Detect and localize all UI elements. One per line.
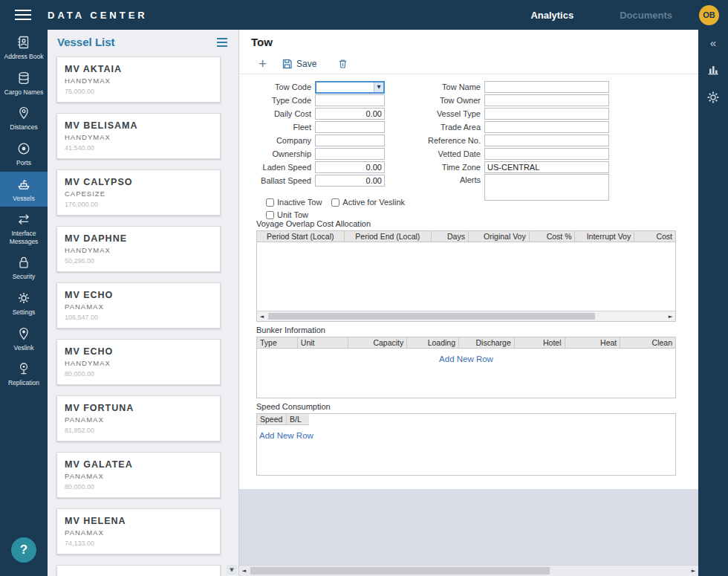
sidebar-item-address-book[interactable]: Address Book <box>0 30 48 65</box>
vetted-date-label: Vetted Date <box>409 149 484 158</box>
nav-analytics[interactable]: Analytics <box>530 10 573 21</box>
main-horizontal-scrollbar[interactable]: ◄ ► <box>239 565 698 576</box>
tow-owner-input[interactable] <box>484 94 609 106</box>
vessel-card[interactable]: MV CALYPSO CAPESIZE 176,000.00 <box>56 169 221 216</box>
vessel-type-label: Vessel Type <box>409 109 484 118</box>
vetted-date-input[interactable] <box>484 148 609 160</box>
vessel-card[interactable]: MV BELISAMA HANDYMAX 41,540.00 <box>56 113 221 159</box>
vessel-class: CAPESIZE <box>65 190 212 198</box>
column-header: Original Voy <box>469 231 530 242</box>
scroll-right-icon[interactable]: ► <box>666 311 675 321</box>
inactive-tow-label: Inactive Tow <box>277 198 322 207</box>
sidebar-item-interface-messages[interactable]: Interface Messages <box>0 207 48 250</box>
scroll-thumb[interactable] <box>250 567 550 575</box>
form-column-right: Tow Name Tow Owner Vessel Type Trade Are… <box>409 80 609 201</box>
vessel-card[interactable]: MV AKTAIA HANDYMAX 75,000.00 <box>56 56 221 103</box>
tow-code-select[interactable]: ▼ <box>315 81 385 94</box>
vessel-card[interactable]: MV ECHO HANDYMAX 80,000.00 <box>56 339 221 385</box>
sidebar-item-cargo-names[interactable]: Cargo Names <box>0 65 48 101</box>
reference-no-input[interactable] <box>484 135 609 146</box>
time-zone-input[interactable] <box>484 161 609 173</box>
ballast-speed-input[interactable] <box>315 175 385 187</box>
voyage-grid-scrollbar[interactable]: ◄ ► <box>257 311 675 321</box>
sidebar-item-security[interactable]: Security <box>0 250 48 285</box>
vessel-name: MV ECHO <box>65 346 212 357</box>
settings-gear-icon[interactable] <box>706 90 721 105</box>
delete-button[interactable] <box>337 58 348 69</box>
fleet-input[interactable] <box>315 121 385 133</box>
sidebar-item-ports[interactable]: Ports <box>0 136 48 172</box>
active-for-veslink-checkbox[interactable] <box>331 198 339 207</box>
sidebar-item-settings[interactable]: Settings <box>0 285 48 321</box>
save-button[interactable]: Save <box>282 58 316 69</box>
left-sidebar: Address Book Cargo Names Distances Ports… <box>0 30 48 576</box>
tow-form-page: Tow + Save Tow Code ▼ <box>239 30 698 489</box>
alerts-textarea[interactable] <box>484 174 609 201</box>
column-header: Speed <box>257 414 287 425</box>
unit-tow-checkbox[interactable] <box>266 211 274 219</box>
bunker-grid: Type Unit Capacity Loading Discharge Hot… <box>256 337 676 398</box>
save-icon <box>282 58 293 69</box>
distances-pin-icon <box>16 106 31 120</box>
vessel-type-input[interactable] <box>484 108 609 120</box>
type-code-input[interactable] <box>315 94 385 106</box>
analytics-chart-icon[interactable] <box>706 62 721 77</box>
sidebar-item-veslink[interactable]: Veslink <box>0 321 48 357</box>
speed-add-new-row-link[interactable]: Add New Row <box>259 431 313 440</box>
vessel-dwt: 81,852.00 <box>65 427 212 434</box>
menu-icon[interactable] <box>13 7 33 22</box>
list-icon[interactable] <box>215 35 230 50</box>
vessel-card[interactable]: MV ECHO PANAMAX 106,547.00 <box>56 282 221 329</box>
vessel-class: PANAMAX <box>65 472 212 480</box>
scroll-right-icon[interactable]: ► <box>689 566 698 576</box>
vessel-name: MV HELENA <box>65 516 212 526</box>
vessel-card[interactable]: MV FORTUNA PANAMAX 81,852.00 <box>56 395 221 441</box>
unit-tow-checkbox-row: Unit Tow <box>266 210 308 219</box>
collapse-panel-icon[interactable]: « <box>710 37 716 48</box>
vessel-dwt: 80,000.00 <box>65 370 212 378</box>
laden-speed-input[interactable] <box>315 161 385 173</box>
inactive-tow-checkbox[interactable] <box>266 198 274 207</box>
bunker-add-new-row-link[interactable]: Add New Row <box>257 349 675 363</box>
scroll-track[interactable] <box>267 311 666 321</box>
scroll-left-icon[interactable]: ◄ <box>257 311 267 321</box>
scroll-down-icon[interactable]: ▼ <box>227 565 237 575</box>
tow-code-label: Tow Code <box>256 82 315 91</box>
avatar[interactable]: OB <box>699 5 719 25</box>
speed-section: Speed Consumption Speed B/L Add New Row <box>256 401 676 476</box>
column-header: B/L <box>287 414 309 425</box>
tow-name-input[interactable] <box>484 81 609 93</box>
sidebar-item-replication[interactable]: Replication <box>0 356 48 392</box>
vessel-name: MV DAPHNE <box>65 233 212 244</box>
daily-cost-input[interactable] <box>315 108 385 120</box>
column-header: Period End (Local) <box>345 231 432 242</box>
scroll-thumb[interactable] <box>268 313 595 320</box>
vessel-dwt: 80,000.00 <box>65 483 212 491</box>
address-book-icon <box>16 35 31 50</box>
company-input[interactable] <box>315 135 385 146</box>
add-button[interactable]: + <box>257 56 268 71</box>
column-header: Heat <box>565 337 621 348</box>
vessel-card[interactable]: MV HELENA PANAMAX 74,133.00 <box>56 508 221 554</box>
vessel-card-partial[interactable] <box>56 565 221 576</box>
sidebar-item-vessels[interactable]: Vessels <box>0 172 48 207</box>
interface-messages-icon <box>16 212 31 227</box>
vessel-name: MV ECHO <box>65 290 212 300</box>
trade-area-input[interactable] <box>484 121 609 133</box>
sidebar-item-label: Ports <box>2 159 45 167</box>
scroll-track[interactable] <box>249 566 689 576</box>
vessel-name: MV AKTAIA <box>65 64 212 74</box>
help-button[interactable]: ? <box>11 537 36 563</box>
ports-icon <box>16 141 31 156</box>
vessel-class: PANAMAX <box>65 302 212 311</box>
voyage-overlap-section: Voyage Overlap Cost Allocation Period St… <box>256 219 676 322</box>
vessel-class: PANAMAX <box>65 528 212 537</box>
tow-form: Tow Code ▼ Type Code Daily Cost Fleet <box>256 80 687 216</box>
vessel-card[interactable]: MV GALATEA PANAMAX 80,000.00 <box>56 452 221 498</box>
sidebar-item-distances[interactable]: Distances <box>0 100 48 136</box>
nav-documents[interactable]: Documents <box>620 10 672 21</box>
scroll-left-icon[interactable]: ◄ <box>239 566 249 576</box>
vessel-card[interactable]: MV DAPHNE HANDYMAX 50,296.00 <box>56 226 221 272</box>
ownership-input[interactable] <box>315 148 385 160</box>
replication-icon <box>16 361 31 376</box>
